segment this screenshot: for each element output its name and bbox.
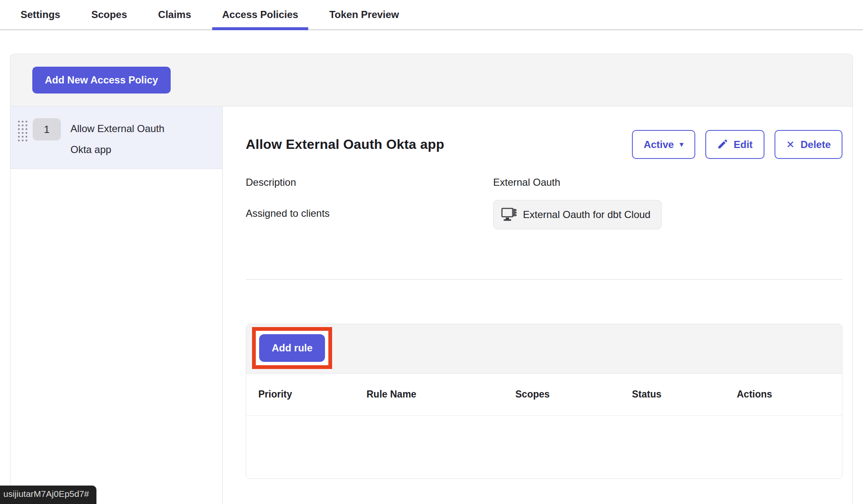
policy-title: Allow External Oauth Okta app <box>246 137 444 152</box>
policy-title-row: Allow External Oauth Okta app Active ▾ <box>246 130 842 159</box>
link-status-tooltip: usijiutarM7Aj0Ep5d7# <box>0 486 96 504</box>
client-chip[interactable]: External Oauth for dbt Cloud <box>493 200 662 229</box>
close-icon: ✕ <box>786 140 795 150</box>
panel-body: 1 Allow External Oauth Okta app Allow Ex… <box>10 107 853 504</box>
policy-meta-row-clients: Assigned to clients <box>246 208 842 229</box>
tab-bar: Settings Scopes Claims Access Policies T… <box>0 0 863 30</box>
status-dropdown-button[interactable]: Active ▾ <box>632 130 695 159</box>
column-priority: Priority <box>258 389 367 400</box>
drag-handle-icon[interactable] <box>18 121 27 141</box>
status-dropdown-label: Active <box>644 139 674 151</box>
add-new-access-policy-button[interactable]: Add New Access Policy <box>32 67 171 94</box>
computer-icon <box>501 208 518 222</box>
tab-token-preview[interactable]: Token Preview <box>319 0 409 29</box>
policy-list-item[interactable]: 1 Allow External Oauth Okta app <box>10 107 222 169</box>
rules-table-header: Priority Rule Name Scopes Status Actions <box>246 374 842 416</box>
tab-access-policies[interactable]: Access Policies <box>212 0 308 29</box>
screen: Settings Scopes Claims Access Policies T… <box>0 0 863 504</box>
description-value: External Oauth <box>493 177 842 188</box>
access-policies-panel: Add New Access Policy 1 Allow External O… <box>10 54 853 504</box>
policy-name-label: Allow External Oauth Okta app <box>70 118 188 160</box>
policy-detail-pane: Allow External Oauth Okta app Active ▾ <box>223 107 853 504</box>
client-chip-label: External Oauth for dbt Cloud <box>523 209 650 221</box>
edit-button-label: Edit <box>734 139 753 151</box>
add-rule-button[interactable]: Add rule <box>259 334 325 362</box>
policy-list-sidebar: 1 Allow External Oauth Okta app <box>10 107 223 504</box>
description-label: Description <box>246 177 493 188</box>
column-status: Status <box>632 389 737 400</box>
policy-meta-row-description: Description External Oauth <box>246 177 842 188</box>
rules-table-body-empty <box>246 416 842 478</box>
column-rule-name: Rule Name <box>367 389 515 400</box>
tab-claims[interactable]: Claims <box>148 0 201 29</box>
policy-priority-badge: 1 <box>33 118 61 140</box>
chevron-down-icon: ▾ <box>680 141 684 148</box>
tab-settings[interactable]: Settings <box>10 0 70 29</box>
column-actions: Actions <box>737 389 842 400</box>
panel-header: Add New Access Policy <box>10 54 853 107</box>
tab-scopes[interactable]: Scopes <box>81 0 137 29</box>
section-divider <box>246 279 842 280</box>
policy-action-buttons: Active ▾ Edit ✕ <box>632 130 842 159</box>
delete-button-label: Delete <box>801 139 831 151</box>
red-highlight-annotation: Add rule <box>252 327 332 369</box>
delete-button[interactable]: ✕ Delete <box>775 130 842 159</box>
edit-button[interactable]: Edit <box>705 130 764 159</box>
rules-card-header: Add rule <box>246 324 842 374</box>
assigned-clients-label: Assigned to clients <box>246 208 493 219</box>
column-scopes: Scopes <box>515 389 632 400</box>
rules-card: Add rule Priority Rule Name Scopes Statu… <box>246 324 842 479</box>
pencil-icon <box>717 139 728 150</box>
